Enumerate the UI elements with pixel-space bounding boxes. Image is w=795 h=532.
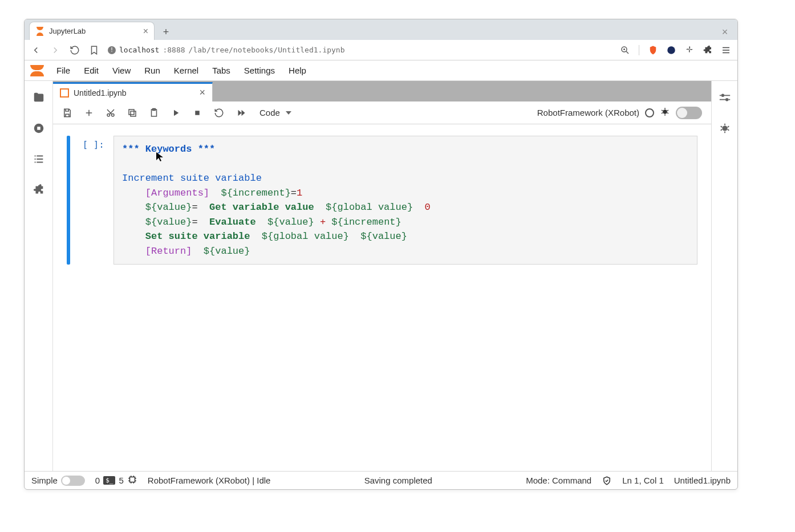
forward-button[interactable] xyxy=(50,44,61,56)
debug-icon[interactable] xyxy=(660,107,670,119)
interrupt-button[interactable] xyxy=(188,103,207,123)
extensions-puzzle-icon[interactable] xyxy=(702,44,713,56)
notebook-icon xyxy=(60,88,69,98)
add-cell-button[interactable] xyxy=(79,103,99,123)
svg-point-5 xyxy=(112,113,115,116)
status-kernel[interactable]: RobotFramework (XRobot) | Idle xyxy=(148,476,271,485)
extension-icon-2[interactable] xyxy=(684,44,695,56)
terminal-icon: $_ xyxy=(103,476,115,485)
jupyter-logo-icon[interactable] xyxy=(29,63,45,79)
kernel-status-icon[interactable] xyxy=(645,108,654,117)
status-ln-col[interactable]: Ln 1, Col 1 xyxy=(622,476,664,485)
notebook-surface[interactable]: [ ]: *** Keywords *** Increment suite va… xyxy=(53,124,711,471)
status-mode: Mode: Command xyxy=(526,476,591,485)
url-port: :8888 xyxy=(163,46,185,54)
browser-tab[interactable]: JupyterLab × xyxy=(29,22,155,40)
new-tab-button[interactable]: + xyxy=(158,24,174,40)
simple-mode-toggle[interactable]: Simple xyxy=(31,476,85,486)
doc-tab-notebook[interactable]: Untitled1.ipynb × xyxy=(53,82,213,101)
extension-icons xyxy=(647,44,732,56)
copy-button[interactable] xyxy=(123,103,142,123)
cell-run-indicator xyxy=(67,136,70,265)
code-editor[interactable]: *** Keywords *** Increment suite variabl… xyxy=(113,136,697,265)
status-counters[interactable]: 0 $_ 5 xyxy=(95,474,137,486)
menu-view[interactable]: View xyxy=(106,62,137,79)
mouse-cursor-icon xyxy=(155,152,165,164)
property-inspector-icon[interactable] xyxy=(717,90,732,105)
browser-window: JupyterLab × + × ! localhost:8888/lab/tr… xyxy=(24,19,738,490)
toc-icon[interactable] xyxy=(31,152,46,166)
status-saving: Saving completed xyxy=(364,476,432,485)
site-info-icon[interactable]: ! xyxy=(108,46,116,54)
brave-shield-icon[interactable] xyxy=(647,44,659,56)
status-bar: Simple 0 $_ 5 RobotFramework (XRobot) | … xyxy=(25,471,737,489)
svg-rect-6 xyxy=(131,111,136,116)
svg-point-12 xyxy=(721,94,724,98)
running-kernels-icon[interactable] xyxy=(31,121,46,136)
svg-rect-15 xyxy=(129,477,135,482)
simple-toggle-icon[interactable] xyxy=(61,476,85,486)
run-all-button[interactable] xyxy=(231,103,250,123)
left-sidebar xyxy=(25,81,53,471)
menu-settings[interactable]: Settings xyxy=(237,62,282,79)
jupyter-icon xyxy=(35,27,44,36)
menubar: File Edit View Run Kernel Tabs Settings … xyxy=(25,60,737,81)
bookmark-icon[interactable] xyxy=(88,44,100,56)
browser-menu-icon[interactable] xyxy=(720,44,732,56)
file-browser-icon[interactable] xyxy=(31,90,46,105)
menu-edit[interactable]: Edit xyxy=(77,62,106,79)
main-area: Untitled1.ipynb × xyxy=(53,81,711,471)
svg-point-1 xyxy=(667,46,675,54)
url-bar: ! localhost:8888/lab/tree/notebooks/Unti… xyxy=(25,40,737,60)
browser-tab-strip: JupyterLab × + × xyxy=(25,19,737,40)
doc-tab-title: Untitled1.ipynb xyxy=(74,88,194,98)
doc-tabs: Untitled1.ipynb × xyxy=(53,81,711,101)
paste-button[interactable] xyxy=(144,103,164,123)
svg-point-11 xyxy=(663,109,667,114)
svg-rect-7 xyxy=(129,109,134,115)
trust-icon[interactable] xyxy=(602,476,612,486)
status-count-left: 0 xyxy=(95,476,100,485)
status-filename: Untitled1.ipynb xyxy=(674,476,731,485)
status-count-right: 5 xyxy=(119,476,123,485)
close-tab-icon[interactable]: × xyxy=(143,26,148,36)
menu-kernel[interactable]: Kernel xyxy=(167,62,205,79)
back-button[interactable] xyxy=(30,44,42,56)
cell-prompt: [ ]: xyxy=(77,136,107,265)
svg-point-13 xyxy=(725,98,728,101)
window-close-icon[interactable]: × xyxy=(717,24,733,40)
url-host: localhost xyxy=(119,46,159,54)
close-doc-tab-icon[interactable]: × xyxy=(199,87,205,99)
svg-point-14 xyxy=(722,125,727,131)
menu-help[interactable]: Help xyxy=(282,62,313,79)
url-field[interactable]: ! localhost:8888/lab/tree/notebooks/Unti… xyxy=(108,46,611,54)
debugger-panel-icon[interactable] xyxy=(717,121,732,136)
svg-rect-3 xyxy=(37,127,40,130)
run-button[interactable] xyxy=(166,103,185,123)
cut-button[interactable] xyxy=(101,103,120,123)
kernel-count-icon xyxy=(127,474,137,486)
zoom-icon[interactable] xyxy=(619,44,631,56)
debugger-toggle[interactable] xyxy=(676,107,702,119)
menu-file[interactable]: File xyxy=(50,62,77,79)
cell-type-label: Code xyxy=(256,105,295,120)
notebook-toolbar: Code RobotFramework (XRobot) xyxy=(53,101,711,124)
extension-icon-1[interactable] xyxy=(666,44,677,56)
simple-label: Simple xyxy=(31,476,58,485)
kernel-area: RobotFramework (XRobot) xyxy=(537,107,707,119)
url-path: /lab/tree/notebooks/Untitled1.ipynb xyxy=(189,46,345,54)
svg-rect-10 xyxy=(195,111,200,115)
restart-button[interactable] xyxy=(209,103,229,123)
save-button[interactable] xyxy=(58,103,77,123)
right-sidebar xyxy=(711,81,737,471)
cell-type-select[interactable]: Code xyxy=(253,105,295,120)
menu-run[interactable]: Run xyxy=(137,62,167,79)
menu-tabs[interactable]: Tabs xyxy=(205,62,237,79)
kernel-name[interactable]: RobotFramework (XRobot) xyxy=(537,108,639,117)
extension-manager-icon[interactable] xyxy=(31,182,46,197)
svg-point-4 xyxy=(107,113,110,116)
browser-tab-title: JupyterLab xyxy=(49,27,139,35)
reload-button[interactable] xyxy=(69,44,80,56)
